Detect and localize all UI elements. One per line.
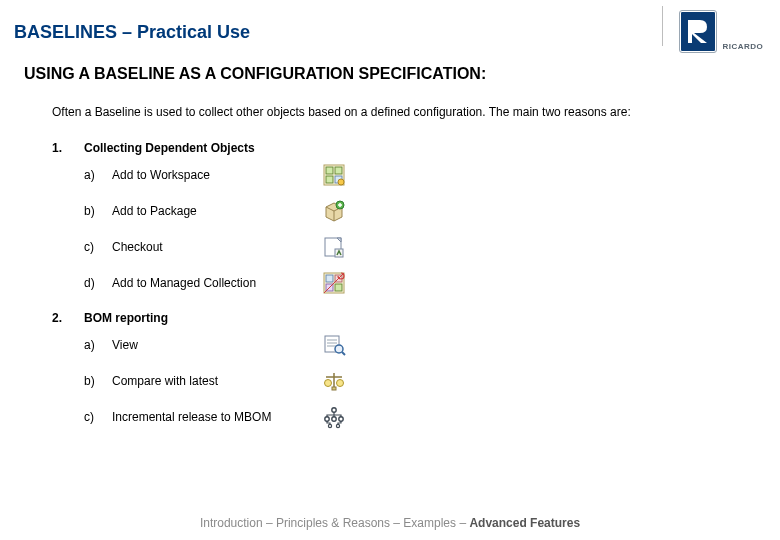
logo-r-icon — [686, 18, 710, 44]
intro-text: Often a Baseline is used to collect othe… — [0, 83, 780, 119]
tree-icon — [322, 405, 346, 429]
svg-rect-10 — [326, 275, 333, 282]
compare-icon — [322, 369, 346, 393]
checkout-icon — [322, 235, 346, 259]
item-letter: a) — [84, 338, 112, 352]
list-heading: BOM reporting — [84, 311, 168, 325]
header-divider — [662, 6, 663, 46]
item-letter: c) — [84, 410, 112, 424]
svg-point-18 — [335, 345, 343, 353]
list-section-1: 1. Collecting Dependent Objects — [52, 141, 780, 155]
page-title: BASELINES – Practical Use — [0, 0, 780, 43]
item-label: Add to Package — [112, 204, 322, 218]
item-letter: a) — [84, 168, 112, 182]
footer-part: Examples — [403, 516, 456, 530]
list-item: c) Incremental release to MBOM — [84, 399, 780, 435]
svg-point-27 — [332, 417, 336, 421]
logo-wordmark: RICARDO — [720, 13, 760, 52]
list-number: 2. — [52, 311, 84, 325]
breadcrumb-footer: Introduction – Principles & Reasons – Ex… — [0, 516, 780, 530]
workspace-icon — [322, 163, 346, 187]
footer-active: Advanced Features — [469, 516, 580, 530]
item-label: Add to Workspace — [112, 168, 322, 182]
view-icon — [322, 333, 346, 357]
list-item: a) View — [84, 327, 780, 363]
svg-point-30 — [336, 424, 339, 427]
item-label: Compare with latest — [112, 374, 322, 388]
svg-rect-13 — [335, 284, 342, 291]
list-item: a) Add to Workspace — [84, 157, 780, 193]
logo-badge — [680, 11, 716, 52]
svg-line-19 — [342, 352, 345, 355]
list-item: d) Add to Managed Collection — [84, 265, 780, 301]
footer-part: Introduction — [200, 516, 263, 530]
svg-rect-1 — [326, 167, 333, 174]
svg-point-28 — [339, 417, 343, 421]
list-item: b) Add to Package — [84, 193, 780, 229]
list-section-2: 2. BOM reporting — [52, 311, 780, 325]
package-icon — [322, 199, 346, 223]
item-letter: b) — [84, 204, 112, 218]
list-item: c) Checkout — [84, 229, 780, 265]
item-label: Checkout — [112, 240, 322, 254]
list-item: b) Compare with latest — [84, 363, 780, 399]
item-label: View — [112, 338, 322, 352]
item-letter: b) — [84, 374, 112, 388]
footer-part: Principles & Reasons — [276, 516, 390, 530]
item-letter: c) — [84, 240, 112, 254]
svg-point-29 — [328, 424, 331, 427]
item-label: Add to Managed Collection — [112, 276, 322, 290]
brand-logo: RICARDO — [680, 11, 762, 53]
list-number: 1. — [52, 141, 84, 155]
section-subtitle: USING A BASELINE AS A CONFIGURATION SPEC… — [0, 43, 780, 83]
svg-point-5 — [338, 179, 344, 185]
collection-icon — [322, 271, 346, 295]
item-label: Incremental release to MBOM — [112, 410, 322, 424]
svg-point-23 — [337, 380, 344, 387]
list-heading: Collecting Dependent Objects — [84, 141, 255, 155]
svg-point-26 — [325, 417, 329, 421]
svg-point-22 — [325, 380, 332, 387]
svg-rect-3 — [326, 176, 333, 183]
svg-rect-2 — [335, 167, 342, 174]
item-letter: d) — [84, 276, 112, 290]
svg-point-25 — [332, 408, 336, 412]
svg-rect-24 — [332, 387, 336, 390]
